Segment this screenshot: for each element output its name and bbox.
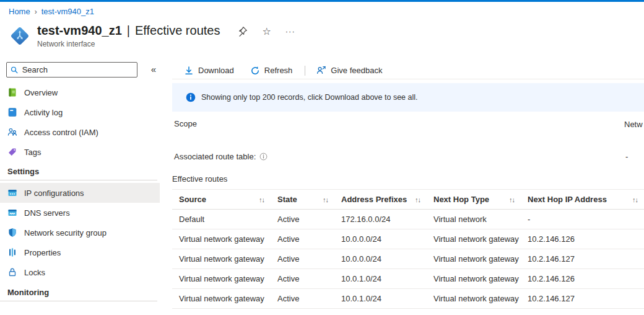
download-icon (184, 66, 194, 76)
refresh-label: Refresh (264, 66, 293, 75)
column-header-source[interactable]: Source ↑↓ (172, 195, 271, 204)
sort-icon[interactable]: ↑↓ (632, 196, 638, 203)
table-row: Virtual network gateway Active 10.0.0.0/… (172, 249, 644, 269)
activity-log-icon (7, 107, 17, 117)
sidebar-item-label: Properties (24, 248, 61, 257)
sidebar-item-network-security-group[interactable]: Network security group (0, 223, 160, 242)
cell-next-hop-ip: 10.2.146.127 (521, 254, 644, 264)
sort-icon[interactable]: ↑↓ (509, 196, 515, 203)
network-interface-icon (9, 25, 31, 47)
column-header-next-hop-type[interactable]: Next Hop Type ↑↓ (427, 195, 521, 204)
cell-state: Active (271, 234, 334, 244)
overview-icon (7, 87, 17, 97)
breadcrumb: Home › test-vm940_z1 (9, 7, 94, 16)
dns-servers-icon (7, 208, 17, 218)
sidebar-item-label: Overview (24, 88, 58, 97)
cell-source: Virtual network gateway (172, 254, 271, 264)
search-input[interactable] (22, 65, 133, 74)
star-icon[interactable]: ☆ (262, 25, 271, 37)
sort-icon[interactable]: ↑↓ (415, 196, 420, 203)
collapse-sidebar-icon[interactable]: « (151, 64, 156, 74)
download-label: Download (198, 66, 234, 75)
cell-next-hop-ip: - (521, 215, 644, 224)
resource-type-subtitle: Network interface (37, 40, 295, 48)
table-header-row: Source ↑↓ State ↑↓ Address Prefixes ↑↓ N… (172, 189, 644, 210)
column-header-address-prefixes[interactable]: Address Prefixes ↑↓ (334, 195, 427, 204)
column-label: Next Hop Type (433, 195, 489, 204)
breadcrumb-current-link[interactable]: test-vm940_z1 (41, 7, 94, 16)
give-feedback-button[interactable]: Give feedback (314, 65, 385, 76)
cell-next-hop-type: Virtual network (427, 215, 521, 224)
sidebar: « Overview Activity log (0, 59, 165, 315)
scope-value[interactable]: Netw (624, 120, 644, 129)
page-title-blade: Effective routes (135, 24, 220, 38)
sidebar-item-locks[interactable]: Locks (0, 262, 160, 282)
column-header-state[interactable]: State ↑↓ (271, 195, 334, 204)
table-row: Default Active 172.16.0.0/24 Virtual net… (172, 210, 644, 229)
effective-routes-table: Source ↑↓ State ↑↓ Address Prefixes ↑↓ N… (172, 189, 644, 309)
route-table-label: Associated route table: (174, 152, 256, 161)
cell-next-hop-type: Virtual network gateway (427, 234, 521, 244)
route-table-value: - (625, 152, 628, 161)
sidebar-item-ip-configurations[interactable]: IP configurations (0, 183, 160, 203)
sidebar-section-settings: Settings (0, 167, 157, 180)
cell-address-prefixes: 10.0.1.0/24 (334, 294, 427, 303)
sidebar-item-tags[interactable]: Tags (0, 142, 160, 162)
toolbar-divider (305, 66, 305, 76)
cell-next-hop-type: Virtual network gateway (427, 294, 521, 303)
banner-message: Showing only top 200 records, click Down… (201, 93, 418, 102)
column-label: Source (179, 195, 206, 204)
column-header-next-hop-ip[interactable]: Next Hop IP Address ↑↓ (521, 195, 644, 204)
sidebar-item-label: Activity log (24, 108, 63, 117)
cell-state: Active (271, 254, 334, 264)
breadcrumb-home-link[interactable]: Home (9, 7, 30, 16)
cell-next-hop-ip: 10.2.146.127 (521, 294, 644, 303)
cell-source: Virtual network gateway (172, 294, 271, 303)
pin-icon[interactable] (237, 26, 248, 37)
info-icon (186, 92, 196, 102)
sidebar-search[interactable] (6, 62, 137, 78)
column-label: Next Hop IP Address (528, 195, 607, 204)
cell-next-hop-ip: 10.2.146.126 (521, 234, 644, 244)
sort-icon[interactable]: ↑↓ (259, 196, 264, 203)
info-tooltip-icon[interactable] (259, 153, 268, 161)
sidebar-item-overview[interactable]: Overview (0, 82, 160, 102)
chevron-right-icon: › (35, 7, 37, 16)
top-accent-bar (0, 0, 644, 2)
cell-state: Active (271, 274, 334, 283)
cell-next-hop-ip: 10.2.146.126 (521, 274, 644, 283)
sidebar-item-properties[interactable]: Properties (0, 242, 160, 262)
cell-state: Active (271, 215, 334, 224)
table-row: Virtual network gateway Active 10.0.0.0/… (172, 229, 644, 249)
page-title-resource: test-vm940_z1 (37, 24, 122, 38)
cell-source: Virtual network gateway (172, 274, 271, 283)
page-title-separator: | (127, 24, 130, 38)
cell-source: Virtual network gateway (172, 234, 271, 244)
people-icon (7, 127, 17, 137)
search-icon (11, 66, 19, 74)
sidebar-item-access-control[interactable]: Access control (IAM) (0, 122, 160, 142)
refresh-icon (250, 66, 260, 76)
cell-address-prefixes: 10.0.0.0/24 (334, 254, 427, 264)
refresh-button[interactable]: Refresh (248, 66, 295, 76)
cell-address-prefixes: 10.0.1.0/24 (334, 274, 427, 283)
cell-state: Active (271, 294, 334, 303)
command-bar: Download Refresh Give feedback (172, 62, 644, 79)
sidebar-item-label: IP configurations (24, 189, 84, 198)
sidebar-item-label: Network security group (24, 228, 107, 237)
column-label: Address Prefixes (341, 195, 407, 204)
sidebar-item-dns-servers[interactable]: DNS servers (0, 203, 160, 223)
download-button[interactable]: Download (181, 66, 237, 76)
effective-routes-title: Effective routes (172, 174, 227, 184)
lock-icon (7, 267, 17, 277)
sidebar-item-label: DNS servers (24, 208, 70, 218)
ellipsis-menu-icon[interactable]: ··· (285, 27, 295, 36)
column-label: State (277, 195, 297, 204)
sidebar-item-activity-log[interactable]: Activity log (0, 102, 160, 122)
feedback-label: Give feedback (331, 66, 382, 75)
tag-icon (7, 147, 17, 157)
feedback-icon (316, 65, 326, 76)
sidebar-item-label: Access control (IAM) (24, 128, 98, 137)
ip-configurations-icon (7, 188, 17, 198)
sort-icon[interactable]: ↑↓ (323, 196, 328, 203)
